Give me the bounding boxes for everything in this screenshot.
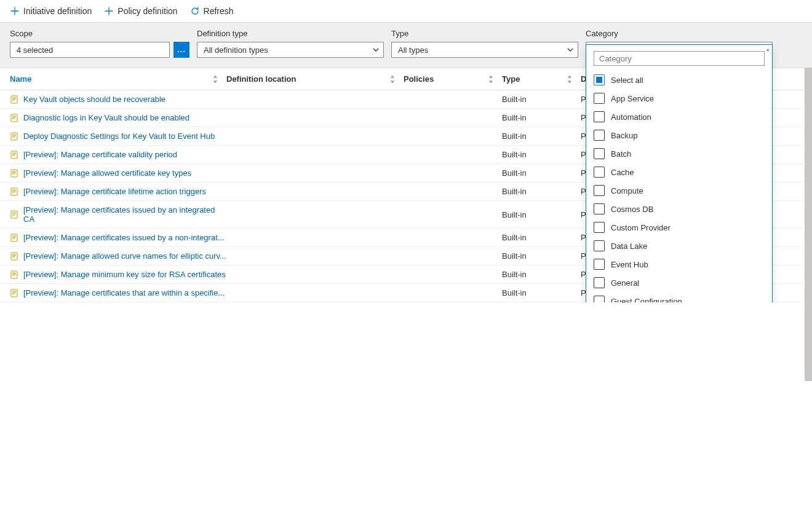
category-select-all[interactable]: Select all xyxy=(594,71,765,89)
category-option[interactable]: Custom Provider xyxy=(594,218,765,237)
row-name-link[interactable]: [Preview]: Manage certificates that are … xyxy=(23,288,225,297)
add-policy-button[interactable]: Policy definition xyxy=(104,6,177,16)
category-option-label: Batch xyxy=(611,149,631,159)
column-header-type[interactable]: Type xyxy=(502,74,581,84)
sort-icon xyxy=(487,75,496,84)
column-header-location[interactable]: Definition location xyxy=(226,74,404,84)
row-type: Built-in xyxy=(502,150,581,159)
row-type: Built-in xyxy=(502,288,581,297)
row-type: Built-in xyxy=(502,233,581,242)
scope-value: 4 selected xyxy=(17,45,53,55)
row-type: Built-in xyxy=(502,168,581,178)
sort-icon xyxy=(212,75,220,84)
category-list: Select all App ServiceAutomationBackupBa… xyxy=(586,68,772,302)
policy-doc-icon xyxy=(10,132,18,141)
add-policy-label: Policy definition xyxy=(117,6,177,16)
checkbox-icon xyxy=(594,240,605,251)
svg-rect-10 xyxy=(11,289,17,297)
checkbox-icon xyxy=(594,222,605,233)
category-option[interactable]: Automation xyxy=(594,108,765,126)
category-option[interactable]: Event Hub xyxy=(594,255,765,273)
scrollbar-track[interactable] xyxy=(805,68,812,302)
scope-label: Scope xyxy=(10,29,189,38)
refresh-label: Refresh xyxy=(204,6,234,16)
svg-rect-5 xyxy=(11,188,17,195)
category-option-label: Custom Provider xyxy=(611,223,671,232)
row-name-link[interactable]: Key Vault objects should be recoverable xyxy=(23,95,165,104)
column-header-name[interactable]: Name xyxy=(10,74,226,84)
scrollbar-thumb[interactable] xyxy=(805,68,812,302)
type-select[interactable]: All types xyxy=(391,42,578,58)
row-name-link[interactable]: Diagnostic logs in Key Vault should be e… xyxy=(23,113,189,122)
category-option[interactable]: Data Lake xyxy=(594,237,765,255)
category-option[interactable]: Compute xyxy=(594,181,765,200)
category-option-label: Automation xyxy=(611,112,651,122)
svg-rect-3 xyxy=(11,151,17,159)
category-option-label: App Service xyxy=(611,94,654,103)
filter-bar: Scope 4 selected ... Definition type All… xyxy=(0,22,812,68)
category-option[interactable]: Cache xyxy=(594,163,765,181)
row-name-link[interactable]: [Preview]: Manage certificates issued by… xyxy=(23,233,225,242)
scope-filter: Scope 4 selected ... xyxy=(10,29,189,58)
command-bar: Initiative definition Policy definition … xyxy=(0,0,812,22)
row-name-link[interactable]: [Preview]: Manage allowed curve names fo… xyxy=(23,251,226,261)
scroll-up-icon[interactable]: ▴ xyxy=(765,46,771,52)
type-filter: Type All types xyxy=(391,29,578,58)
policy-doc-icon xyxy=(10,151,18,159)
plus-icon xyxy=(104,6,114,16)
svg-rect-1 xyxy=(11,114,17,122)
plus-icon xyxy=(10,6,20,16)
definition-type-filter: Definition type All definition types xyxy=(197,29,384,58)
row-name-link[interactable]: [Preview]: Manage certificate validity p… xyxy=(23,150,177,159)
category-option-label: Data Lake xyxy=(611,242,647,251)
category-option[interactable]: Batch xyxy=(594,144,765,163)
category-option-label: Compute xyxy=(611,186,643,195)
checkbox-indeterminate-icon xyxy=(594,74,605,85)
policy-doc-icon xyxy=(10,114,18,122)
category-option[interactable]: General xyxy=(594,273,765,292)
category-option-label: General xyxy=(611,278,639,288)
checkbox-icon xyxy=(594,111,605,122)
chevron-down-icon xyxy=(372,46,380,53)
row-type: Built-in xyxy=(502,132,581,141)
category-filter: Category 1 categories ▴ Select all App S… xyxy=(586,29,773,58)
column-header-policies[interactable]: Policies xyxy=(404,74,502,84)
category-option[interactable]: Backup xyxy=(594,126,765,144)
row-type: Built-in xyxy=(502,210,581,219)
row-name-link[interactable]: [Preview]: Manage certificates issued by… xyxy=(23,205,226,224)
row-type: Built-in xyxy=(502,270,581,279)
policy-doc-icon xyxy=(10,187,18,196)
scope-select[interactable]: 4 selected xyxy=(10,42,170,58)
category-dropdown-panel: ▴ Select all App ServiceAutomationBackup… xyxy=(586,44,773,302)
category-search-input[interactable] xyxy=(594,51,765,66)
row-name-link[interactable]: [Preview]: Manage allowed certificate ke… xyxy=(23,168,191,178)
checkbox-icon xyxy=(594,203,605,214)
refresh-button[interactable]: Refresh xyxy=(190,6,234,16)
category-option[interactable]: Guest Configuration xyxy=(594,292,765,302)
svg-rect-0 xyxy=(11,96,17,103)
policy-doc-icon xyxy=(10,289,18,297)
row-type: Built-in xyxy=(502,95,581,104)
category-label: Category xyxy=(586,29,773,38)
category-select-all-label: Select all xyxy=(611,76,643,85)
svg-rect-4 xyxy=(11,170,17,177)
scope-picker-button[interactable]: ... xyxy=(173,42,189,58)
policy-doc-icon xyxy=(10,95,18,104)
definition-type-select[interactable]: All definition types xyxy=(197,42,384,58)
row-name-link[interactable]: [Preview]: Manage minimum key size for R… xyxy=(23,270,226,279)
svg-rect-6 xyxy=(11,211,17,218)
checkbox-icon xyxy=(594,167,605,178)
category-option[interactable]: Cosmos DB xyxy=(594,200,765,218)
policy-doc-icon xyxy=(10,270,18,279)
row-name-link[interactable]: Deploy Diagnostic Settings for Key Vault… xyxy=(23,132,215,141)
category-option[interactable]: App Service xyxy=(594,89,765,108)
type-value: All types xyxy=(398,45,428,55)
checkbox-icon xyxy=(594,93,605,104)
type-label: Type xyxy=(391,29,578,38)
chevron-down-icon xyxy=(567,46,574,53)
category-option-label: Cosmos DB xyxy=(611,205,653,214)
add-initiative-button[interactable]: Initiative definition xyxy=(10,6,92,16)
category-option-label: Cache xyxy=(611,168,634,177)
row-name-link[interactable]: [Preview]: Manage certificate lifetime a… xyxy=(23,187,206,196)
definition-type-label: Definition type xyxy=(197,29,384,38)
